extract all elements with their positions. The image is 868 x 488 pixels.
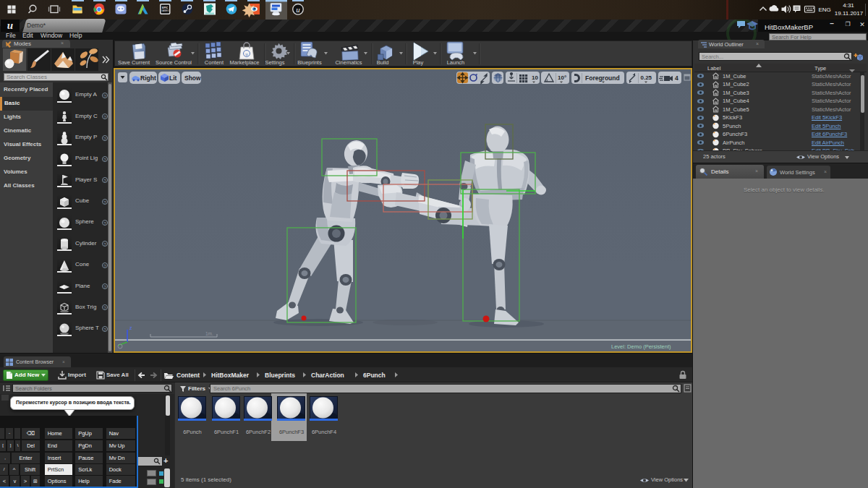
svg-text:Save Current: Save Current <box>118 59 150 66</box>
svg-text:GAMES: GAMES <box>161 9 169 12</box>
svg-text:Build: Build <box>377 59 389 66</box>
svg-text:z: z <box>129 325 132 330</box>
svg-text:1m.: 1m. <box>205 331 213 336</box>
svg-text:Play: Play <box>413 59 424 66</box>
svg-text:Blueprints: Blueprints <box>297 59 322 66</box>
svg-text:Foreground: Foreground <box>585 74 620 81</box>
svg-text:Cinematics: Cinematics <box>335 59 362 66</box>
svg-text:4: 4 <box>675 74 678 82</box>
svg-text:u: u <box>296 5 300 14</box>
svg-text:ENG: ENG <box>819 7 831 13</box>
svg-text:Marketplace: Marketplace <box>230 59 260 66</box>
svg-text:Launch: Launch <box>447 59 465 66</box>
svg-text:10°: 10° <box>558 74 566 81</box>
svg-text:19.11.2017: 19.11.2017 <box>835 10 864 17</box>
svg-text:Level: Demo (Persistent): Level: Demo (Persistent) <box>611 343 671 350</box>
svg-text:Source Control: Source Control <box>156 59 192 66</box>
svg-text:u: u <box>245 51 248 57</box>
svg-text:Settings: Settings <box>265 59 284 66</box>
svg-text:10: 10 <box>532 74 538 81</box>
svg-text:0.25: 0.25 <box>641 74 652 81</box>
svg-text:Content: Content <box>205 59 224 66</box>
svg-text:4:31: 4:31 <box>843 2 854 9</box>
